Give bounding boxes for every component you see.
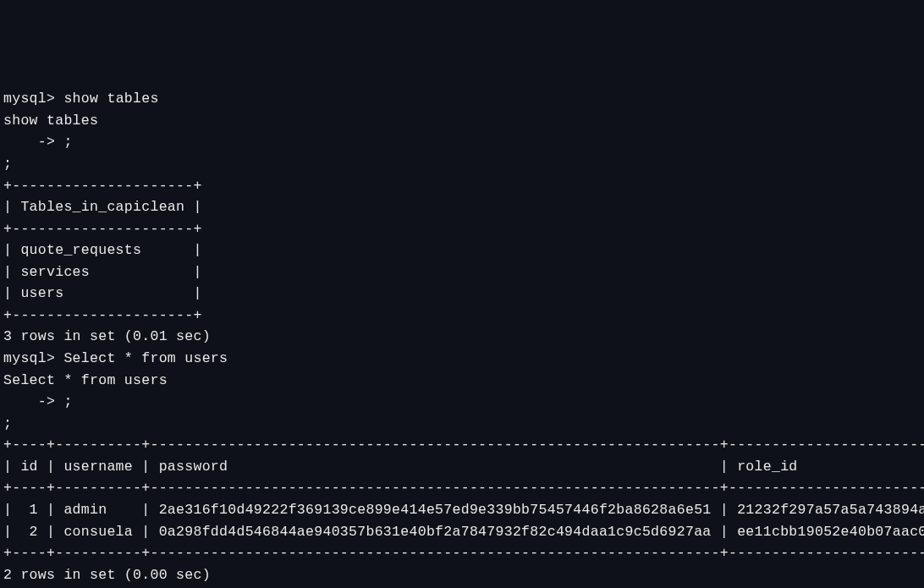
sql-command-select-users: Select * from users [63,350,228,366]
mysql-prompt-line-2: mysql> Select * from users [3,348,921,370]
continuation-line-1: -> ; [3,131,921,153]
table2-border-bottom: +----+----------+-----------------------… [3,542,921,564]
echo-line-2: Select * from users [3,370,921,392]
result-summary-2: 2 rows in set (0.00 sec) [3,564,921,586]
table1-header: | Tables_in_capiclean | [3,196,921,218]
table1-row-users: | users | [3,283,921,305]
table2-row-admin: | 1 | admin | 2ae316f10d49222f369139ce89… [3,499,921,521]
table1-border-bottom: +---------------------+ [3,305,921,327]
table2-border-top: +----+----------+-----------------------… [3,434,921,456]
mysql-prompt-line-1: mysql> show tables [3,88,921,110]
echo-line-1: show tables [3,110,921,132]
table2-header: | id | username | password | role_id | [3,456,921,478]
table1-border-top: +---------------------+ [3,175,921,197]
mysql-prompt-prefix: mysql> [3,350,63,366]
sql-command-show-tables: show tables [63,91,158,107]
table2-row-consuela: | 2 | consuela | 0a298fdd4d546844ae94035… [3,521,921,543]
mysql-prompt-prefix: mysql> [3,91,63,107]
semicolon-line-2: ; [3,413,921,435]
table1-row-quote-requests: | quote_requests | [3,239,921,261]
table1-row-services: | services | [3,261,921,283]
semicolon-line-1: ; [3,153,921,175]
continuation-line-2: -> ; [3,391,921,413]
table1-border-mid: +---------------------+ [3,218,921,240]
result-summary-1: 3 rows in set (0.01 sec) [3,326,921,348]
table2-border-mid: +----+----------+-----------------------… [3,477,921,499]
